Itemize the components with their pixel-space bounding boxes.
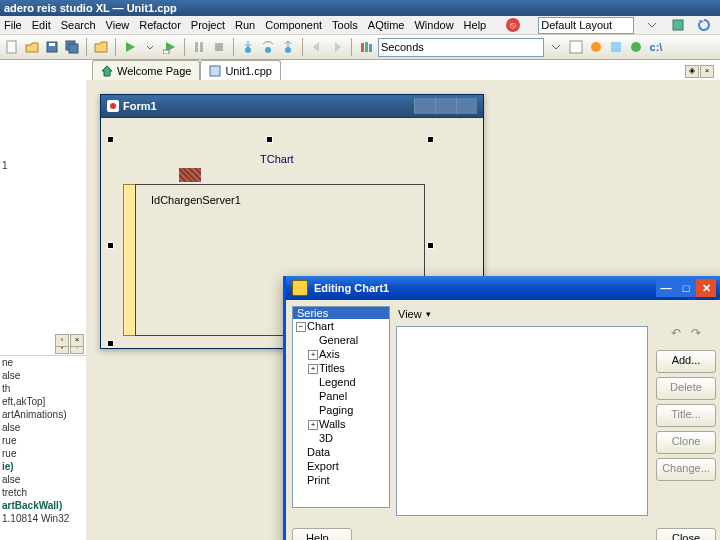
aqtime-c-icon[interactable] — [608, 39, 624, 55]
tab-unit1[interactable]: Unit1.cpp — [200, 60, 280, 80]
tree-series[interactable]: Series — [293, 307, 389, 319]
new-icon[interactable] — [4, 39, 20, 55]
idchargen-label[interactable]: IdChargenServer1 — [148, 193, 244, 207]
menu-file[interactable]: File — [4, 19, 22, 31]
dialog-minimize-icon[interactable]: — — [656, 279, 676, 297]
aqtime-b-icon[interactable] — [588, 39, 604, 55]
run-dropdown-icon[interactable] — [142, 39, 158, 55]
prop-row[interactable]: 1.10814 Win32 — [0, 512, 86, 525]
stop-icon[interactable]: ⦸ — [506, 18, 520, 32]
change-button[interactable]: Change... — [656, 458, 716, 481]
prop-row[interactable]: th — [0, 382, 86, 395]
collapse-icon[interactable]: − — [296, 322, 306, 332]
tree-legend[interactable]: Legend — [293, 375, 389, 389]
title-button[interactable]: Title... — [656, 404, 716, 427]
dialog-titlebar[interactable]: Editing Chart1 — □ ✕ — [286, 276, 720, 300]
aqtime-d-icon[interactable] — [628, 39, 644, 55]
refresh-icon[interactable] — [696, 17, 712, 33]
pause-icon[interactable] — [191, 39, 207, 55]
open-icon[interactable] — [24, 39, 40, 55]
prop-row[interactable]: tretch — [0, 486, 86, 499]
tree-export[interactable]: Export — [293, 459, 389, 473]
chart-tree[interactable]: Series −Chart General +Axis +Titles Lege… — [292, 306, 390, 508]
step-over-icon[interactable] — [260, 39, 276, 55]
form-designer[interactable]: Form1 TChart — [86, 80, 720, 540]
handle-icon[interactable] — [427, 242, 434, 249]
prop-row[interactable]: alse — [0, 473, 86, 486]
prop-row[interactable]: alse — [0, 421, 86, 434]
folder-icon[interactable] — [93, 39, 109, 55]
aqtime-a-icon[interactable] — [568, 39, 584, 55]
back-icon[interactable] — [309, 39, 325, 55]
tree-print[interactable]: Print — [293, 473, 389, 487]
menu-search[interactable]: Search — [61, 19, 96, 31]
expand-icon[interactable]: + — [308, 420, 318, 430]
run-icon[interactable] — [122, 39, 138, 55]
tree-paging[interactable]: Paging — [293, 403, 389, 417]
form1-titlebar[interactable]: Form1 — [101, 95, 483, 118]
handle-icon[interactable] — [107, 340, 114, 347]
tree-walls[interactable]: +Walls — [293, 417, 389, 431]
menu-component[interactable]: Component — [265, 19, 322, 31]
minimize-icon[interactable] — [414, 98, 435, 114]
close-icon[interactable] — [456, 98, 477, 114]
run-noDebug-icon[interactable] — [162, 39, 178, 55]
tree-3d[interactable]: 3D — [293, 431, 389, 445]
view-dropdown-icon[interactable]: ▾ — [426, 309, 431, 319]
prop-row[interactable]: artAnimations) — [0, 408, 86, 421]
forward-icon[interactable] — [329, 39, 345, 55]
handle-icon[interactable] — [107, 136, 114, 143]
layout-combo[interactable] — [538, 17, 634, 34]
prop-row[interactable]: alse — [0, 369, 86, 382]
tree-axis[interactable]: +Axis — [293, 347, 389, 361]
menu-view[interactable]: View — [106, 19, 130, 31]
struct-item[interactable]: 1 — [2, 160, 8, 171]
menu-run[interactable]: Run — [235, 19, 255, 31]
component-glyph[interactable] — [179, 168, 201, 182]
panel-close-icon[interactable]: × — [70, 334, 84, 347]
layout-save-icon[interactable] — [670, 17, 686, 33]
layout-dropdown-icon[interactable] — [644, 17, 660, 33]
step-in-icon[interactable] — [240, 39, 256, 55]
tree-titles[interactable]: +Titles — [293, 361, 389, 375]
prop-row[interactable]: ne — [0, 356, 86, 369]
aqtime-e-icon[interactable]: c:\ — [648, 39, 664, 55]
move-up-icon[interactable]: ↶ — [671, 326, 681, 340]
aqtime-combo[interactable] — [378, 38, 544, 57]
clone-button[interactable]: Clone — [656, 431, 716, 454]
prop-row[interactable]: rue — [0, 447, 86, 460]
tab-welcome[interactable]: Welcome Page — [92, 60, 200, 80]
expand-icon[interactable]: + — [308, 364, 318, 374]
tree-data[interactable]: Data — [293, 445, 389, 459]
tabs-restore-icon[interactable]: ◈ — [685, 65, 699, 78]
add-button[interactable]: Add... — [656, 350, 716, 373]
dialog-close-icon[interactable]: ✕ — [696, 279, 716, 297]
books-icon[interactable] — [358, 39, 374, 55]
aqtime-dropdown-icon[interactable] — [548, 39, 564, 55]
prop-row[interactable]: ie) — [0, 460, 86, 473]
prop-row[interactable]: rue — [0, 434, 86, 447]
panel-pin-icon[interactable]: ▫ — [55, 334, 69, 347]
menu-project[interactable]: Project — [191, 19, 225, 31]
step-out-icon[interactable] — [280, 39, 296, 55]
help-button[interactable]: Help... — [292, 528, 352, 540]
maximize-icon[interactable] — [435, 98, 456, 114]
tree-panel[interactable]: Panel — [293, 389, 389, 403]
handle-icon[interactable] — [427, 136, 434, 143]
tree-chart[interactable]: −Chart — [293, 319, 389, 333]
menu-refactor[interactable]: Refactor — [139, 19, 181, 31]
menu-window[interactable]: Window — [414, 19, 453, 31]
menu-help[interactable]: Help — [464, 19, 487, 31]
series-list[interactable] — [396, 326, 648, 516]
delete-button[interactable]: Delete — [656, 377, 716, 400]
tabs-close-icon[interactable]: × — [700, 65, 714, 78]
expand-icon[interactable]: + — [308, 350, 318, 360]
menu-edit[interactable]: Edit — [32, 19, 51, 31]
menu-tools[interactable]: Tools — [332, 19, 358, 31]
close-button[interactable]: Close — [656, 528, 716, 540]
save-icon[interactable] — [44, 39, 60, 55]
prop-row[interactable]: eft,akTop] — [0, 395, 86, 408]
tchart-label[interactable]: TChart — [257, 152, 297, 166]
tree-general[interactable]: General — [293, 333, 389, 347]
dialog-maximize-icon[interactable]: □ — [676, 279, 696, 297]
